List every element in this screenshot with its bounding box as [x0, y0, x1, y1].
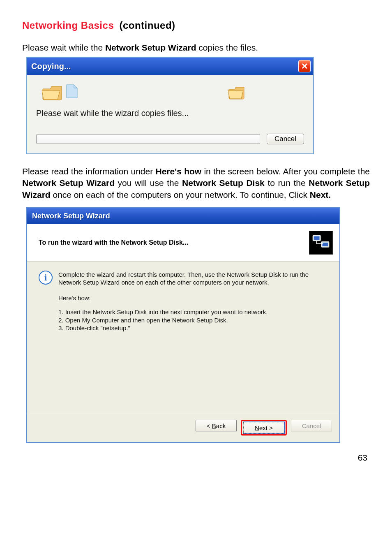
wizard-steps: 1. Insert the Network Setup Disk into th…	[58, 308, 328, 332]
wizard-footer: < Back Next > Cancel	[27, 414, 339, 442]
folder-icon	[228, 84, 247, 101]
wizard-header: To run the wizard with the Network Setup…	[27, 224, 339, 262]
network-computers-icon	[309, 231, 333, 255]
page-number: 63	[22, 453, 370, 463]
info-icon: i	[39, 271, 53, 285]
copying-dialog: Copying... ✕ Please	[26, 57, 314, 154]
wizard-step: 1. Insert the Network Setup Disk into th…	[58, 308, 328, 316]
document-icon	[66, 84, 78, 99]
back-button[interactable]: < Back	[196, 420, 237, 431]
next-button[interactable]: Next >	[243, 422, 284, 433]
mid-paragraph: Please read the information under Here's…	[22, 166, 370, 201]
folder-open-icon	[41, 83, 64, 102]
wizard-dialog: Network Setup Wizard To run the wizard w…	[26, 207, 340, 443]
intro-text: Please wait while the Network Setup Wiza…	[22, 43, 370, 53]
cancel-button: Cancel	[291, 420, 332, 431]
cancel-button[interactable]: Cancel	[267, 134, 304, 144]
copy-animation-row	[36, 83, 304, 102]
wizard-header-text: To run the wizard with the Network Setup…	[39, 239, 188, 246]
svg-rect-1	[314, 236, 320, 240]
heading-primary: Networking Basics	[22, 20, 114, 31]
heres-how-label: Here's how:	[58, 294, 328, 301]
copying-titlebar: Copying... ✕	[27, 58, 313, 75]
wizard-titlebar: Network Setup Wizard	[27, 208, 339, 224]
section-heading: Networking Basics (continued)	[22, 20, 370, 31]
heading-secondary: (continued)	[119, 20, 175, 31]
wizard-step: 2. Open My Computer and then open the Ne…	[58, 316, 328, 324]
svg-rect-3	[322, 243, 328, 246]
next-button-highlight: Next >	[241, 420, 287, 436]
wizard-info-text: Complete the wizard and restart this com…	[58, 271, 328, 286]
close-icon: ✕	[301, 62, 308, 70]
close-button[interactable]: ✕	[298, 60, 311, 72]
copying-message: Please wait while the wizard copies file…	[36, 109, 304, 118]
wizard-step: 3. Double-click "netsetup."	[58, 324, 328, 332]
progress-bar	[36, 134, 260, 144]
wizard-title: Network Setup Wizard	[32, 212, 110, 220]
copying-title: Copying...	[31, 62, 71, 71]
